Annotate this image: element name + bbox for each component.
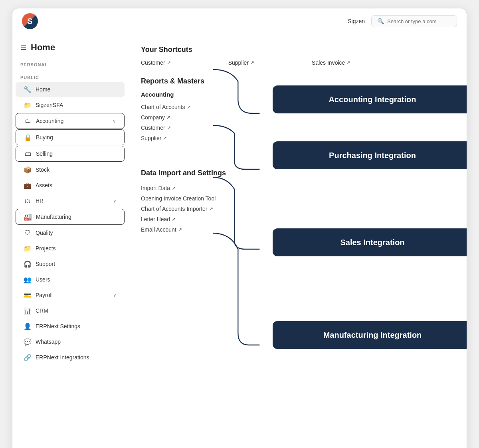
app-container: S Sigzen 🔍 ☰ Home PERSONAL PUBLIC 🔧 Home (12, 8, 467, 448)
sidebar-item-whatsapp[interactable]: 💬 Whatsapp (16, 334, 125, 349)
manufacturing-integration-label: Manufacturing Integration (323, 331, 422, 340)
link-opening-invoice[interactable]: Opening Invoice Creation Tool (141, 193, 454, 204)
hr-chevron: ∨ (113, 198, 117, 204)
shortcut-sales-invoice[interactable]: Sales Invoice ↗ (312, 59, 350, 66)
selling-icon: 🗃 (24, 150, 32, 158)
accounting-icon: 🗂 (24, 117, 32, 125)
link-company[interactable]: Company ↗ (141, 112, 289, 123)
users-icon: 👥 (24, 276, 32, 283)
company-arrow: ↗ (166, 115, 170, 120)
payroll-icon: 💳 (24, 291, 32, 299)
sidebar-item-home[interactable]: 🔧 Home (16, 82, 125, 97)
shortcut-customer-label: Customer (141, 59, 165, 66)
sidebar-item-assets[interactable]: 💼 Assets (16, 178, 125, 193)
personal-section-label: PERSONAL (12, 59, 128, 69)
sales-integration-label: Sales Integration (340, 238, 404, 247)
search-bar[interactable]: 🔍 (371, 15, 457, 27)
email-account-arrow: ↗ (178, 227, 182, 232)
shortcut-customer-arrow: ↗ (167, 60, 171, 65)
sidebar-item-hr[interactable]: 🗂 HR ∨ (16, 193, 125, 208)
buying-icon: 🔒 (24, 133, 32, 141)
assets-icon: 💼 (24, 181, 32, 189)
stock-label: Stock (36, 167, 117, 173)
purchasing-integration-badge: Purchasing Integration (273, 141, 467, 169)
purchasing-integration-label: Purchasing Integration (329, 151, 416, 160)
link-letter-head[interactable]: Letter Head ↗ (141, 214, 454, 224)
logo-icon: S (22, 13, 38, 29)
shortcut-supplier-arrow: ↗ (250, 60, 254, 65)
link-supplier[interactable]: Supplier ↗ (141, 133, 289, 143)
whatsapp-label: Whatsapp (36, 339, 117, 345)
quality-icon: 🛡 (24, 229, 32, 237)
sidebar-item-projects[interactable]: 📁 Projects (16, 241, 125, 256)
sales-integration-badge: Sales Integration (273, 228, 467, 256)
sidebar-item-erpnext-settings[interactable]: 👤 ERPNext Settings (16, 319, 125, 334)
supplier-arrow: ↗ (163, 135, 167, 141)
search-input[interactable] (387, 18, 451, 24)
manufacturing-icon: 🏭 (24, 213, 32, 221)
accounting-label: Accounting (36, 118, 109, 124)
shortcuts-row: Customer ↗ Supplier ↗ Sales Invoice ↗ (141, 59, 454, 66)
link-import-data[interactable]: Import Data ↗ (141, 183, 454, 193)
erpnext-settings-label: ERPNext Settings (36, 323, 117, 329)
sidebar: ☰ Home PERSONAL PUBLIC 🔧 Home 📁 SigzenSF… (12, 34, 128, 448)
shortcut-customer[interactable]: Customer ↗ (141, 59, 171, 66)
shortcuts-section: Your Shortcuts Customer ↗ Supplier ↗ Sal… (141, 46, 454, 66)
data-import-section: Data Import and Settings Import Data ↗ O… (141, 169, 454, 235)
hamburger-icon[interactable]: ☰ (20, 43, 27, 52)
accounting-col: Accounting Chart of Accounts ↗ Company ↗… (141, 91, 289, 161)
link-chart-of-accounts[interactable]: Chart of Accounts ↗ (141, 102, 289, 112)
sidebar-header: ☰ Home (12, 42, 128, 59)
projects-label: Projects (36, 245, 117, 252)
logo: S (22, 13, 38, 29)
reports-title: Reports & Masters (141, 77, 454, 85)
shortcut-sales-invoice-arrow: ↗ (346, 60, 350, 65)
sidebar-item-quality[interactable]: 🛡 Quality (16, 225, 125, 240)
coa-arrow: ↗ (187, 104, 191, 110)
link-coa-importer[interactable]: Chart of Accounts Importer ↗ (141, 204, 454, 214)
erpnext-settings-icon: 👤 (24, 322, 32, 330)
accounting-integration-label: Accounting Integration (329, 95, 416, 104)
sidebar-item-erpnext-integrations[interactable]: 🔗 ERPNext Integrations (16, 350, 125, 365)
selling-label: Selling (36, 151, 116, 157)
coa-importer-arrow: ↗ (209, 206, 213, 212)
hr-icon: 🗂 (24, 197, 32, 205)
sidebar-item-selling[interactable]: 🗃 Selling (16, 146, 125, 162)
shortcut-supplier-label: Supplier (228, 59, 249, 66)
main-content: Your Shortcuts Customer ↗ Supplier ↗ Sal… (128, 34, 467, 448)
manufacturing-label: Manufacturing (36, 214, 116, 220)
sidebar-item-users[interactable]: 👥 Users (16, 272, 125, 287)
shortcut-supplier[interactable]: Supplier ↗ (228, 59, 254, 66)
username: Sigzen (348, 18, 365, 24)
data-import-title: Data Import and Settings (141, 169, 454, 177)
support-label: Support (36, 261, 117, 267)
projects-icon: 📁 (24, 244, 32, 252)
topbar: S Sigzen 🔍 (12, 8, 467, 34)
sigzensfa-label: SigzenSFA (36, 102, 117, 108)
sidebar-item-support[interactable]: 🎧 Support (16, 256, 125, 272)
public-section-label: PUBLIC (12, 72, 128, 81)
sidebar-item-manufacturing[interactable]: 🏭 Manufacturing (16, 209, 125, 225)
customer-arrow: ↗ (167, 125, 171, 131)
accounting-chevron: ∨ (113, 118, 116, 124)
sidebar-item-stock[interactable]: 📦 Stock (16, 162, 125, 177)
payroll-chevron: ∨ (113, 292, 117, 298)
sidebar-item-accounting[interactable]: 🗂 Accounting ∨ (16, 113, 125, 129)
sidebar-item-buying[interactable]: 🔒 Buying (16, 129, 125, 145)
main-layout: ☰ Home PERSONAL PUBLIC 🔧 Home 📁 SigzenSF… (12, 34, 467, 448)
sigzensfa-icon: 📁 (24, 101, 32, 109)
users-label: Users (36, 276, 117, 283)
shortcuts-title: Your Shortcuts (141, 46, 454, 54)
sidebar-item-sigzensfa[interactable]: 📁 SigzenSFA (16, 97, 125, 113)
content-wrapper: Your Shortcuts Customer ↗ Supplier ↗ Sal… (141, 46, 454, 405)
whatsapp-icon: 💬 (24, 338, 32, 346)
sidebar-item-crm[interactable]: 📊 CRM (16, 303, 125, 318)
sidebar-title: Home (31, 42, 55, 53)
home-label: Home (36, 86, 117, 93)
home-icon: 🔧 (24, 85, 32, 93)
link-customer[interactable]: Customer ↗ (141, 123, 289, 133)
import-links: Import Data ↗ Opening Invoice Creation T… (141, 183, 454, 235)
sidebar-item-payroll[interactable]: 💳 Payroll ∨ (16, 287, 125, 303)
stock-icon: 📦 (24, 166, 32, 174)
crm-icon: 📊 (24, 307, 32, 315)
